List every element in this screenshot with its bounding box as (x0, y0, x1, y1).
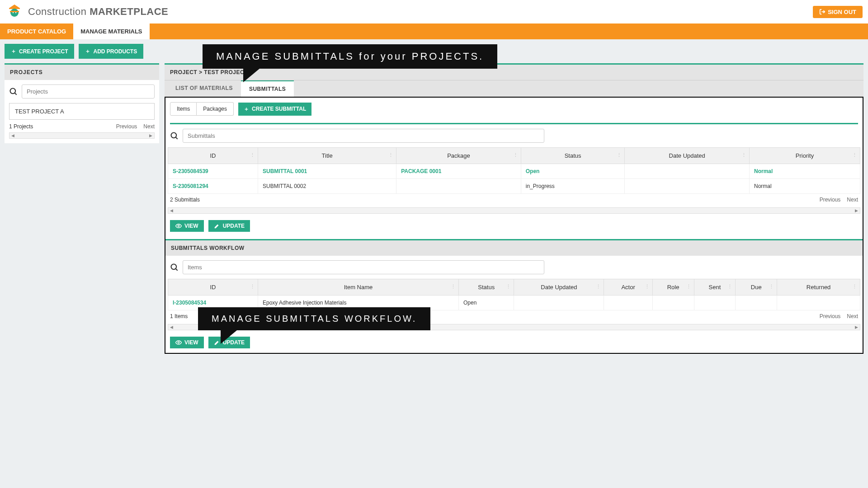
svg-point-3 (15, 12, 16, 13)
logo-icon (5, 3, 24, 21)
eye-icon (175, 223, 182, 229)
view-toggle: Items Packages (170, 102, 234, 116)
col-actor[interactable]: Actor (604, 279, 652, 296)
create-project-button[interactable]: ＋ CREATE PROJECT (5, 44, 74, 59)
workflow-table: ID Item Name Status Date Updated Actor R… (168, 279, 860, 310)
svg-line-5 (15, 93, 17, 94)
col-title[interactable]: Title (258, 148, 396, 164)
project-item[interactable]: TEST PROJECT A (9, 103, 155, 120)
col-package[interactable]: Package (396, 148, 521, 164)
nav-manage-materials[interactable]: MANAGE MATERIALS (73, 23, 149, 39)
col-item-name[interactable]: Item Name (258, 279, 459, 296)
brand-title: Construction MARKETPLACE (28, 6, 168, 18)
col-sent[interactable]: Sent (694, 279, 736, 296)
callout-manage-submittals: MANAGE SUBMITTALS for your PROJECTS. (203, 44, 497, 69)
callout-workflow: MANAGE SUBMITTALS WORKFLOW. (198, 307, 430, 330)
search-icon (9, 87, 18, 96)
main-nav: PRODUCT CATALOG MANAGE MATERIALS (0, 23, 868, 39)
pencil-icon (214, 339, 220, 346)
svg-line-10 (176, 268, 178, 270)
svg-point-8 (178, 225, 179, 227)
table-row[interactable]: S-2305081294SUBMITTAL 0002in_ProgressNor… (168, 179, 860, 194)
submittals-count: 2 Submittals (170, 197, 813, 203)
pencil-icon (214, 223, 220, 229)
col-date-updated[interactable]: Date Updated (625, 148, 750, 164)
horizontal-scrollbar[interactable]: ◀▶ (9, 132, 155, 139)
col-status[interactable]: Status (521, 148, 625, 164)
create-submittal-button[interactable]: ＋ CREATE SUBMITTAL (238, 103, 311, 116)
svg-point-6 (171, 132, 177, 138)
view-button[interactable]: VIEW (170, 337, 204, 348)
svg-point-2 (13, 12, 14, 13)
projects-panel-title: PROJECTS (5, 65, 159, 80)
table-row[interactable]: S-2305084539SUBMITTAL 0001PACKAGE 0001Op… (168, 164, 860, 179)
col-due[interactable]: Due (736, 279, 777, 296)
eye-icon (175, 339, 182, 346)
horizontal-scrollbar[interactable]: ◀▶ (168, 207, 860, 214)
svg-point-11 (178, 342, 179, 343)
items-search-input[interactable] (183, 260, 544, 274)
svg-point-9 (171, 264, 177, 269)
col-returned[interactable]: Returned (777, 279, 860, 296)
col-id[interactable]: ID (168, 148, 258, 164)
projects-search-input[interactable] (22, 84, 155, 99)
submittals-next[interactable]: Next (847, 197, 858, 203)
projects-count: 1 Projects (9, 123, 110, 130)
plus-icon: ＋ (244, 105, 249, 113)
tab-list-of-materials[interactable]: LIST OF MATERIALS (167, 80, 241, 97)
col-role[interactable]: Role (652, 279, 694, 296)
search-icon (170, 131, 179, 141)
col-date-updated[interactable]: Date Updated (514, 279, 604, 296)
projects-next[interactable]: Next (143, 123, 155, 130)
plus-icon: ＋ (85, 47, 90, 55)
app-header: Construction MARKETPLACE SIGN OUT (0, 0, 868, 23)
submittals-previous[interactable]: Previous (820, 197, 841, 203)
workflow-section-title: SUBMITTALS WORKFLOW (165, 239, 863, 256)
workflow-next[interactable]: Next (847, 313, 858, 319)
workflow-previous[interactable]: Previous (820, 313, 841, 319)
col-status[interactable]: Status (459, 279, 514, 296)
tab-submittals[interactable]: SUBMITTALS (241, 80, 294, 97)
submittals-table: ID Title Package Status Date Updated Pri… (168, 147, 860, 194)
svg-rect-1 (10, 11, 19, 12)
projects-previous[interactable]: Previous (116, 123, 137, 130)
view-button[interactable]: VIEW (170, 220, 204, 232)
signout-button[interactable]: SIGN OUT (813, 6, 863, 18)
signout-icon (819, 9, 826, 15)
svg-point-0 (10, 9, 19, 17)
search-icon (170, 263, 179, 272)
add-products-button[interactable]: ＋ ADD PRODUCTS (79, 44, 143, 59)
svg-point-4 (10, 88, 16, 94)
update-button[interactable]: UPDATE (208, 220, 250, 232)
projects-panel: PROJECTS TEST PROJECT A 1 Projects Previ… (5, 63, 159, 143)
svg-line-7 (176, 137, 178, 139)
col-id[interactable]: ID (168, 279, 258, 296)
nav-product-catalog[interactable]: PRODUCT CATALOG (0, 23, 73, 39)
col-priority[interactable]: Priority (750, 148, 860, 164)
submittals-search-input[interactable] (183, 129, 544, 143)
plus-icon: ＋ (11, 47, 16, 55)
toggle-packages[interactable]: Packages (197, 102, 234, 116)
toggle-items[interactable]: Items (170, 102, 197, 116)
